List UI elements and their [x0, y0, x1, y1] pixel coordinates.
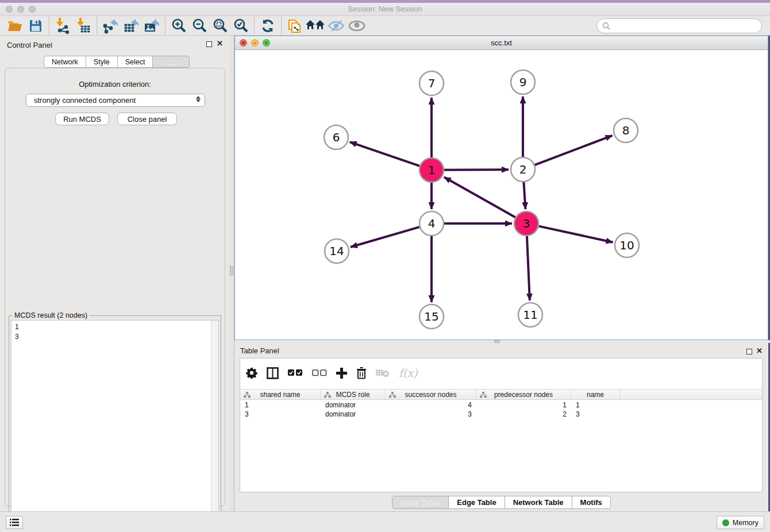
mcds-result-textarea[interactable]: 13 — [11, 320, 219, 532]
node-label-10: 10 — [619, 238, 634, 252]
run-mcds-button[interactable]: Run MCDS — [55, 113, 109, 125]
refresh-icon[interactable] — [257, 17, 278, 35]
column-header-successor-nodes[interactable]: successor nodes — [386, 390, 476, 399]
tab-edge-table[interactable]: Edge Table — [449, 496, 505, 509]
table-cell[interactable]: 1 — [240, 400, 321, 410]
search-input[interactable] — [613, 22, 761, 30]
column-header-predecessor-nodes[interactable]: predecessor nodes — [476, 390, 571, 399]
edge-4-14[interactable] — [351, 227, 419, 247]
table-cell[interactable]: 4 — [386, 400, 476, 410]
node-label-3: 3 — [523, 217, 530, 230]
table-cell[interactable]: dominator — [321, 400, 386, 410]
vertical-splitter[interactable] — [229, 36, 234, 511]
table-cell[interactable]: 3 — [240, 410, 321, 419]
tab-style[interactable]: Style — [86, 56, 118, 68]
mcds-result-scrollbar[interactable] — [211, 321, 218, 531]
node-label-2: 2 — [519, 163, 527, 176]
delete-column-icon[interactable] — [356, 367, 367, 379]
table-cell[interactable]: 2 — [476, 410, 571, 419]
edge-2-3[interactable] — [523, 182, 525, 209]
close-panel-icon[interactable]: ✕ — [217, 40, 223, 48]
list-icon — [10, 519, 19, 526]
edge-3-1[interactable] — [444, 177, 515, 217]
add-column-icon[interactable] — [336, 368, 347, 379]
optimization-criterion-label: Optimization criterion: — [5, 80, 225, 88]
edge-1-2[interactable] — [444, 169, 509, 170]
node-label-14: 14 — [329, 244, 344, 258]
export-table-icon[interactable] — [121, 17, 141, 35]
memory-button[interactable]: Memory — [717, 516, 764, 529]
edge-3-11[interactable] — [527, 236, 530, 300]
tab-mcds[interactable]: MCDS — [153, 56, 190, 68]
close-panel-button[interactable]: Close panel — [117, 113, 177, 125]
homes-icon[interactable] — [305, 17, 326, 35]
import-network-icon[interactable] — [52, 17, 73, 35]
column-header-label: MCDS role — [336, 391, 370, 399]
table-row[interactable]: 3dominator323 — [240, 410, 762, 419]
optimization-criterion-select[interactable]: strongly connected component — [26, 94, 205, 107]
table-header-row: shared nameMCDS rolesuccessor nodesprede… — [240, 389, 762, 400]
mcds-result-line: 1 — [15, 322, 215, 332]
table-cell[interactable]: 3 — [571, 410, 620, 419]
float-panel-icon[interactable] — [746, 349, 752, 354]
show-eye-icon[interactable] — [346, 17, 367, 35]
zoom-fit-icon[interactable] — [210, 17, 230, 35]
tab-select[interactable]: Select — [118, 56, 153, 68]
export-network-icon[interactable] — [100, 17, 121, 35]
column-header-shared-name[interactable]: shared name — [240, 390, 321, 399]
memory-status-icon — [722, 519, 729, 526]
network-graph: 7968124314101511 — [235, 50, 768, 340]
open-session-icon[interactable] — [5, 17, 25, 35]
table-panel: Table Panel ✕ — [234, 343, 768, 511]
search-icon — [602, 22, 611, 30]
column-type-icon — [389, 392, 396, 398]
task-history-button[interactable] — [6, 516, 23, 529]
table-cell[interactable]: dominator — [321, 410, 386, 419]
zoom-selected-icon[interactable] — [230, 17, 251, 35]
table-cell[interactable]: 1 — [571, 400, 620, 410]
edge-3-10[interactable] — [538, 226, 613, 242]
tab-node-table[interactable]: Node Table — [392, 496, 449, 509]
duplicate-network-icon[interactable] — [284, 17, 305, 35]
float-panel-icon[interactable] — [206, 41, 212, 47]
zoom-out-icon[interactable] — [189, 17, 210, 35]
table-cell[interactable]: 1 — [476, 400, 571, 410]
edge-1-6[interactable] — [350, 142, 420, 166]
column-header-MCDS-role[interactable]: MCDS role — [321, 390, 386, 399]
table-panel-tabs: Node TableEdge TableNetwork TableMotifs — [234, 496, 768, 509]
table-rows: 1dominator4113dominator323 — [240, 400, 762, 419]
gear-icon[interactable] — [246, 367, 257, 379]
main-toolbar — [0, 16, 770, 36]
deselect-all-icon[interactable] — [312, 369, 327, 376]
close-panel-icon[interactable]: ✕ — [756, 347, 763, 355]
network-canvas[interactable]: 7968124314101511 — [235, 50, 768, 340]
column-header-label: name — [587, 391, 604, 399]
node-table-container: f(x) shared nameMCDS rolesuccessor nodes… — [240, 358, 763, 492]
save-session-icon[interactable] — [25, 17, 46, 35]
mcds-tab-content: Optimization criterion: strongly connect… — [5, 68, 225, 507]
export-image-icon[interactable] — [141, 17, 162, 35]
column-chooser-icon[interactable] — [267, 367, 279, 379]
tab-network-table[interactable]: Network Table — [505, 496, 572, 509]
table-row[interactable]: 1dominator411 — [240, 400, 762, 410]
hide-eye-icon[interactable] — [326, 17, 346, 35]
column-header-name[interactable]: name — [571, 390, 620, 399]
memory-label: Memory — [733, 519, 759, 527]
node-label-15: 15 — [424, 310, 438, 323]
select-all-icon[interactable] — [288, 369, 303, 376]
zoom-in-icon[interactable] — [168, 17, 189, 35]
optimization-criterion-value: strongly connected component — [34, 96, 136, 105]
status-bar: Memory — [0, 511, 770, 532]
control-panel-title: Control Panel — [7, 41, 52, 49]
tab-network[interactable]: Network — [44, 56, 86, 68]
function-builder-icon[interactable]: f(x) — [399, 367, 418, 379]
toolbar-separator — [254, 17, 255, 34]
splitter-grip-icon[interactable] — [230, 266, 233, 275]
tab-motifs[interactable]: Motifs — [572, 496, 611, 509]
delete-table-icon[interactable] — [376, 368, 390, 377]
table-cell[interactable]: 3 — [386, 410, 476, 419]
import-table-icon[interactable] — [73, 17, 94, 35]
search-field[interactable] — [596, 18, 762, 33]
edge-2-8[interactable] — [535, 136, 613, 165]
network-frame-titlebar[interactable]: ✕ − + scc.txt — [235, 36, 768, 50]
